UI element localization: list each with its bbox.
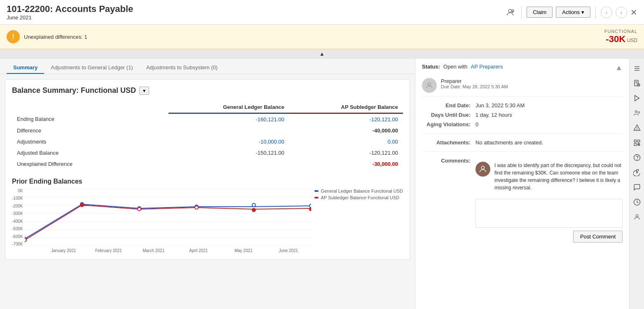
- svg-point-22: [309, 208, 311, 211]
- right-panel: Status: Open with AP Preparers Preparer …: [415, 59, 629, 309]
- x-axis-label: May 2021: [221, 248, 266, 253]
- info-value: 1 day, 12 hours: [475, 112, 512, 118]
- comment-input[interactable]: [475, 199, 623, 228]
- warning-icon-button[interactable]: [630, 121, 644, 134]
- header-divider-2: [595, 6, 596, 19]
- page-title: 101-22200: Accounts Payable: [7, 4, 133, 14]
- warning-message: Unexplained differences: 1: [24, 34, 87, 40]
- chart-legend: General Ledger Balance Functional USD AP…: [311, 189, 403, 202]
- chat-icon-button[interactable]: [630, 181, 644, 194]
- balance-summary-card: Balance Summary: Functional USD ▾ Genera…: [5, 79, 410, 260]
- claim-button[interactable]: Claim: [527, 7, 553, 18]
- info-key: Days Until Due:: [422, 112, 475, 118]
- actions-button[interactable]: Actions ▾: [556, 7, 590, 18]
- svg-point-15: [252, 203, 255, 207]
- preparer-label: Preparer: [441, 78, 508, 84]
- table-row: Difference-40,000.00: [12, 125, 403, 136]
- info-value: Jun 3, 2022 5:30 AM: [475, 102, 525, 109]
- svg-point-35: [635, 111, 637, 113]
- comments-row: Comments: I was able to identify part of…: [422, 156, 623, 244]
- balance-dropdown-button[interactable]: ▾: [139, 87, 149, 95]
- svg-point-19: [138, 208, 141, 211]
- legend-item-ap: AP Subledger Balance Functional USD: [314, 195, 403, 200]
- table-row: Adjusted Balance-150,121.00-120,121.00: [12, 147, 403, 158]
- row-ap-value: 0.00: [289, 136, 403, 147]
- chart-title: Prior Ending Balances: [12, 178, 403, 185]
- commenter-avatar: [475, 162, 490, 177]
- svg-point-49: [634, 155, 640, 161]
- row-label: Adjustments: [12, 136, 169, 147]
- svg-point-16: [309, 204, 311, 208]
- col-header-empty: [12, 101, 169, 113]
- info-row: Days Until Due:1 day, 12 hours: [422, 110, 623, 120]
- attachments-section: Attachments: No attachments are created.: [422, 133, 623, 151]
- collapse-right-button[interactable]: ▲: [615, 64, 623, 72]
- info-row: Aging Violations:0: [422, 120, 623, 129]
- paperclip-icon-button[interactable]: [630, 166, 644, 179]
- tab-summary[interactable]: Summary: [7, 62, 44, 74]
- post-comment-button[interactable]: Post Comment: [573, 231, 623, 243]
- attachments-label: Attachments:: [422, 139, 475, 146]
- page-subtitle: June 2021: [7, 14, 133, 21]
- list-icon-button[interactable]: [630, 62, 644, 75]
- post-comment-container: Post Comment: [475, 229, 623, 243]
- legend-dot-blue: [314, 190, 318, 192]
- play-icon-button[interactable]: [630, 92, 644, 105]
- help-icon-button[interactable]: [630, 151, 644, 164]
- attachments-value: No attachments are created.: [475, 139, 543, 146]
- x-axis-label: June 2021: [266, 248, 311, 253]
- svg-rect-45: [634, 144, 636, 146]
- dropdown-arrow-icon: ▾: [581, 9, 584, 15]
- x-axis-label: March 2021: [131, 248, 176, 253]
- user-icon-button[interactable]: +: [504, 6, 516, 19]
- functional-label: FUNCTIONAL: [604, 29, 637, 34]
- status-text: Open with: [443, 64, 468, 70]
- y-axis-label: 0K: [12, 189, 23, 193]
- history-icon-button[interactable]: [630, 196, 644, 209]
- col-header-ap: AP Subledger Balance: [289, 101, 403, 113]
- status-row: Status: Open with AP Preparers: [422, 64, 508, 70]
- close-button[interactable]: ✕: [630, 7, 637, 17]
- card-title: Balance Summary: Functional USD ▾: [12, 86, 403, 95]
- svg-point-21: [252, 208, 255, 212]
- warning-bar: ! Unexplained differences: 1 FUNCTIONAL …: [0, 25, 644, 49]
- svg-point-50: [637, 159, 637, 159]
- tab-adjustments-subsystem[interactable]: Adjustments to Subsystem (0): [140, 62, 224, 74]
- comment-block: I was able to identify part of the discr…: [475, 158, 623, 196]
- document-icon-button[interactable]: [630, 77, 644, 90]
- data-icon-button[interactable]: [630, 136, 644, 149]
- next-button[interactable]: ›: [616, 7, 627, 18]
- status-link[interactable]: AP Preparers: [471, 64, 503, 70]
- row-gl-value: [169, 158, 289, 170]
- svg-point-17: [25, 238, 26, 242]
- y-axis-label: -500K: [12, 226, 23, 231]
- main-layout: Summary Adjustments to General Ledger (1…: [0, 59, 644, 309]
- tab-adjustments-gl[interactable]: Adjustments to General Ledger (1): [44, 62, 139, 74]
- y-axis-label: -300K: [12, 211, 23, 216]
- svg-point-36: [638, 112, 639, 113]
- chart-section: Prior Ending Balances 0K-100K-200K-300K-…: [12, 178, 403, 253]
- y-axis: 0K-100K-200K-300K-400K-500K-600K-700K: [12, 189, 25, 246]
- functional-badge: FUNCTIONAL -30K USD: [604, 29, 637, 45]
- status-section: Status: Open with AP Preparers Preparer …: [422, 64, 508, 96]
- legend-ap-label: AP Subledger Balance Functional USD: [321, 195, 400, 200]
- info-section: End Date:Jun 3, 2022 5:30 AMDays Until D…: [422, 96, 623, 133]
- svg-point-18: [80, 203, 84, 207]
- comments-label: Comments:: [422, 158, 475, 164]
- x-axis-label: January 2021: [41, 248, 86, 253]
- header-divider: [521, 6, 522, 19]
- y-axis-label: -600K: [12, 234, 23, 239]
- svg-point-23: [428, 83, 431, 85]
- preparer-due: Due Date: May 28, 2022 5:30 AM: [441, 84, 508, 89]
- svg-point-24: [481, 166, 484, 169]
- previous-button[interactable]: ‹: [601, 7, 612, 18]
- collapse-handle[interactable]: ▲: [0, 49, 644, 59]
- right-panel-header: Status: Open with AP Preparers Preparer …: [422, 64, 623, 96]
- users-settings-icon-button[interactable]: [630, 106, 644, 120]
- legend-item-gl: General Ledger Balance Functional USD: [314, 189, 403, 193]
- info-value: 0: [475, 121, 478, 127]
- row-gl-value: -10,000.00: [169, 136, 289, 147]
- comment-text: I was able to identify part of the discr…: [494, 162, 623, 191]
- comments-content: I was able to identify part of the discr…: [475, 158, 623, 243]
- settings-user-icon-button[interactable]: [630, 210, 644, 224]
